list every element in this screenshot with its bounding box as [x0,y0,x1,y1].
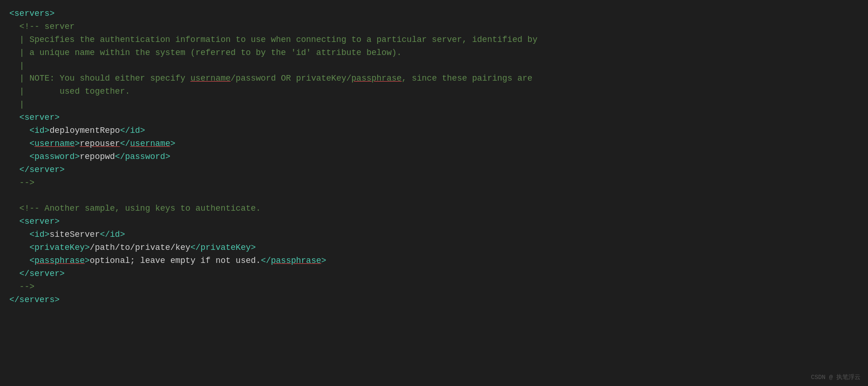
watermark: CSDN @ 执笔浮云 [811,373,861,382]
code-line: </server> [9,268,859,281]
code-line: --> [9,281,859,294]
code-line [9,189,859,202]
code-line: <server> [9,215,859,228]
code-line: </servers> [9,294,859,307]
code-line: <!-- Another sample, using keys to authe… [9,202,859,215]
code-line: <username>repouser</username> [9,138,859,151]
code-line: | [9,98,859,111]
code-line: --> [9,177,859,190]
code-line: | a unique name within the system (refer… [9,47,859,60]
code-line: </server> [9,164,859,177]
code-line: <servers> [9,7,859,21]
code-block: <servers> <!-- server | Specifies the au… [0,0,868,386]
code-line: <!-- server [9,21,859,34]
code-line: <privateKey>/path/to/private/key</privat… [9,241,859,255]
code-line: | used together. [9,85,859,98]
code-line: | [9,60,859,73]
code-line: <id>deploymentRepo</id> [9,124,859,138]
code-line: | NOTE: You should either specify userna… [9,72,859,85]
code-line: | Specifies the authentication informati… [9,34,859,47]
code-line: <server> [9,111,859,124]
code-line: <password>repopwd</password> [9,151,859,164]
code-line: <id>siteServer</id> [9,228,859,241]
code-line: <passphrase>optional; leave empty if not… [9,255,859,268]
